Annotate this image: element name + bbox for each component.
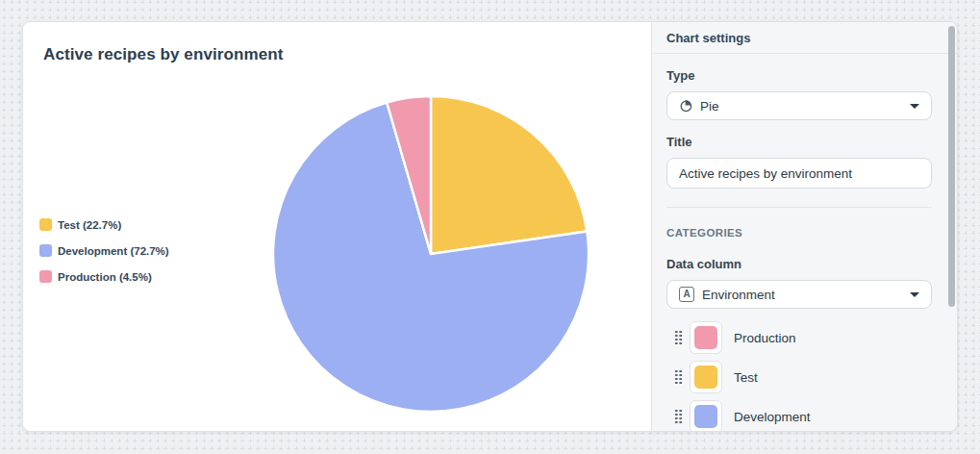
chart-title-input[interactable]: [666, 158, 932, 189]
category-label: Production: [734, 331, 796, 345]
color-swatch-development: [694, 405, 717, 428]
legend-swatch-test: [39, 218, 52, 231]
color-swatch-button-development[interactable]: [690, 400, 722, 432]
chart-preview: Active recipes by environment Test (22.7…: [23, 22, 651, 431]
category-label: Test: [734, 370, 758, 385]
type-field-label: Type: [666, 68, 932, 83]
color-swatch-button-test[interactable]: [690, 361, 722, 393]
legend-label: Production (4.5%): [58, 271, 152, 283]
chevron-down-icon: [910, 104, 919, 109]
legend-item: Development (72.7%): [39, 244, 169, 257]
title-field-label: Title: [666, 135, 932, 149]
color-swatch-test: [694, 366, 717, 389]
pie-type-icon: [679, 99, 692, 113]
chart-type-select[interactable]: Pie: [666, 91, 932, 120]
text-column-type-icon: A: [679, 287, 694, 302]
drag-handle-icon[interactable]: [674, 330, 683, 346]
legend-swatch-production: [39, 270, 52, 283]
categories-section-label: CATEGORIES: [666, 227, 932, 239]
data-column-select[interactable]: A Environment: [666, 280, 932, 309]
settings-body: Type Pie Title CATEGORIES Data column A …: [652, 54, 957, 432]
drag-handle-icon[interactable]: [674, 369, 683, 386]
category-row-production: Production: [666, 321, 932, 354]
section-divider: [666, 207, 932, 208]
chevron-down-icon: [910, 292, 919, 297]
chart-legend: Test (22.7%) Development (72.7%) Product…: [39, 218, 169, 296]
legend-label: Test (22.7%): [58, 219, 121, 231]
category-row-development: Development: [666, 400, 932, 432]
chart-settings-panel: Chart settings Type Pie Title CATEGORIES…: [651, 22, 957, 431]
color-swatch-production: [694, 326, 717, 349]
chart-builder-card: Active recipes by environment Test (22.7…: [22, 21, 958, 432]
data-column-value: Environment: [702, 288, 775, 302]
legend-swatch-development: [39, 244, 52, 257]
color-swatch-button-production[interactable]: [690, 321, 722, 354]
drag-handle-icon[interactable]: [674, 409, 683, 425]
pie-slice-test: [431, 96, 587, 254]
pie-chart: [269, 92, 592, 416]
legend-item: Production (4.5%): [39, 270, 169, 283]
settings-panel-title: Chart settings: [652, 22, 957, 54]
category-label: Development: [734, 410, 811, 424]
category-row-test: Test: [666, 361, 932, 393]
chart-title: Active recipes by environment: [43, 45, 284, 64]
category-list: Production Test Development: [666, 321, 932, 432]
data-column-field-label: Data column: [666, 257, 932, 271]
panel-scrollbar[interactable]: [948, 26, 955, 307]
chart-type-value: Pie: [700, 99, 719, 114]
legend-item: Test (22.7%): [39, 218, 169, 231]
legend-label: Development (72.7%): [58, 245, 169, 257]
